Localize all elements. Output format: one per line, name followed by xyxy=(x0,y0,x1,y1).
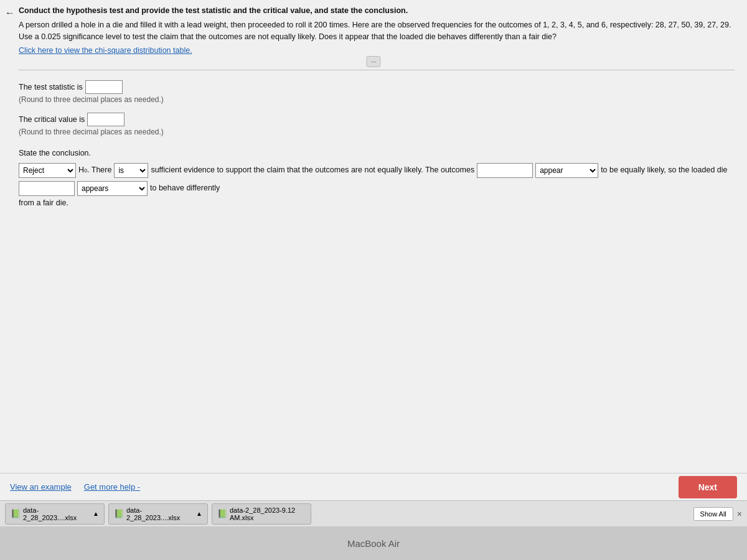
ellipsis-icon[interactable]: ··· xyxy=(366,56,380,67)
conclusion-row2: from a fair die. xyxy=(19,198,735,207)
taskbar: 📗 data-2_28_2023....xlsx ▲ 📗 data-2_28_2… xyxy=(0,500,747,526)
test-statistic-label: The test statistic is xyxy=(19,83,83,91)
get-more-help-link[interactable]: Get more help - xyxy=(84,482,140,492)
reject-dropdown[interactable]: Reject Fail to reject xyxy=(19,163,76,178)
test-statistic-field: The test statistic is (Round to three de… xyxy=(19,80,735,104)
critical-value-label: The critical value is xyxy=(19,115,85,124)
bottom-bar: View an example Get more help - Next xyxy=(0,473,747,500)
critical-value-sublabel: (Round to three decimal places as needed… xyxy=(19,128,735,136)
conclusion-part2-text: sufficient evidence to support the claim… xyxy=(151,162,474,178)
ho-there-text: H₀. There xyxy=(78,162,111,178)
question-header: Conduct the hypothesis test and provide … xyxy=(19,5,735,17)
next-button[interactable]: Next xyxy=(679,476,737,498)
critical-value-field: The critical value is (Round to three de… xyxy=(19,113,735,136)
test-statistic-sublabel: (Round to three decimal places as needed… xyxy=(19,95,735,104)
bottom-left-links: View an example Get more help - xyxy=(10,482,140,492)
taskbar-arrow-2: ▲ xyxy=(196,510,202,517)
conclusion-part3-text: to be equally likely, so the loaded die xyxy=(601,162,727,178)
test-statistic-inline: The test statistic is xyxy=(19,80,735,94)
taskbar-item-3-label: data-2_28_2023-9.12 AM.xlsx xyxy=(230,506,306,521)
content-wrapper: Conduct the hypothesis test and provide … xyxy=(19,5,735,473)
macbook-label: MacBook Air xyxy=(347,538,400,549)
taskbar-item-2-label: data-2_28_2023....xlsx xyxy=(126,506,191,521)
back-arrow[interactable]: ← xyxy=(5,7,15,19)
outcomes-input[interactable] xyxy=(477,163,533,178)
critical-value-inline: The critical value is xyxy=(19,113,735,126)
taskbar-item-1[interactable]: 📗 data-2_28_2023....xlsx ▲ xyxy=(5,503,105,525)
taskbar-item-2[interactable]: 📗 data-2_28_2023....xlsx ▲ xyxy=(108,503,208,525)
main-content-area: ← ··· Conduct the hypothesis test and pr… xyxy=(0,0,747,500)
conclusion-label: State the conclusion. xyxy=(19,149,735,157)
macbook-bar: MacBook Air xyxy=(0,526,747,560)
appear-dropdown[interactable]: appear do not appear xyxy=(535,163,598,178)
close-taskbar-button[interactable]: × xyxy=(737,509,742,519)
chi-square-link[interactable]: Click here to view the chi-square distri… xyxy=(19,46,735,55)
appear2-dropdown[interactable]: appears does not appear xyxy=(77,181,148,196)
show-all-button[interactable]: Show All xyxy=(693,507,733,521)
conclusion-part4-text: to behave differently xyxy=(150,180,220,196)
loaded-die-input[interactable] xyxy=(19,181,75,196)
critical-value-input[interactable] xyxy=(87,113,125,126)
conclusion-section: State the conclusion. Reject Fail to rej… xyxy=(19,149,735,207)
taskbar-item-3[interactable]: 📗 data-2_28_2023-9.12 AM.xlsx xyxy=(212,503,311,525)
answer-section: The test statistic is (Round to three de… xyxy=(19,80,735,136)
excel-icon-2: 📗 xyxy=(114,509,124,518)
conclusion-row: Reject Fail to reject H₀. There is is no… xyxy=(19,162,735,196)
excel-icon-1: 📗 xyxy=(11,509,21,518)
view-example-link[interactable]: View an example xyxy=(10,482,72,492)
test-statistic-input[interactable] xyxy=(85,80,123,94)
taskbar-item-1-label: data-2_28_2023....xlsx xyxy=(23,506,88,521)
question-body: A person drilled a hole in a die and fil… xyxy=(19,19,735,43)
taskbar-arrow-1: ▲ xyxy=(93,510,99,517)
divider xyxy=(19,70,735,70)
excel-icon-3: 📗 xyxy=(217,509,227,518)
is-dropdown[interactable]: is is not xyxy=(114,163,148,178)
